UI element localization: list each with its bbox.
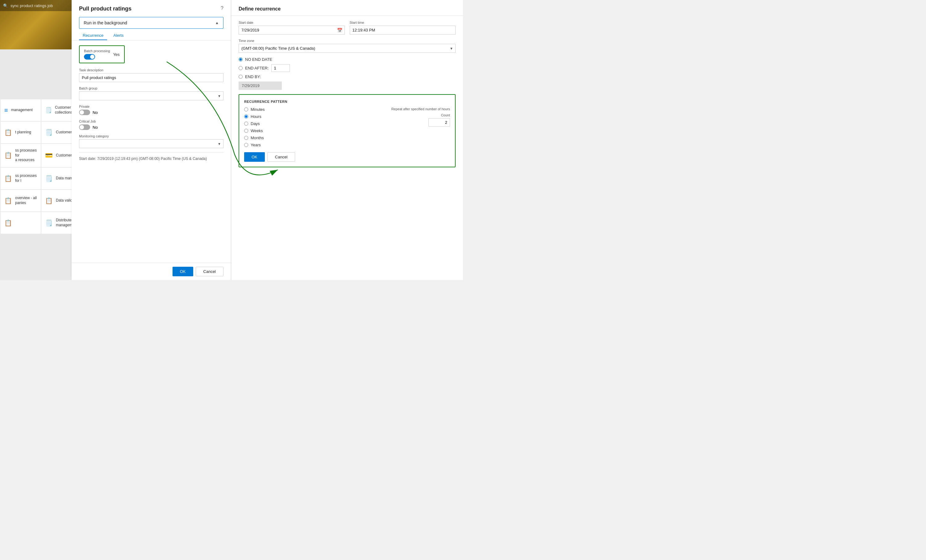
critical-job-field: Critical Job No: [79, 120, 224, 130]
recurrence-pattern-box: RECURRENCE PATTERN Minutes Hours Days: [239, 94, 455, 167]
recurrence-header: Define recurrence: [231, 0, 463, 16]
dialog-title: Pull product ratings: [79, 6, 132, 12]
batch-processing-label: Batch processing: [84, 49, 110, 53]
minutes-option: Minutes: [244, 107, 265, 112]
recurrence-ok-button[interactable]: OK: [244, 152, 265, 162]
end-after-label: END AFTER:: [245, 66, 269, 70]
end-by-date-input[interactable]: [239, 82, 282, 90]
hours-label: Hours: [251, 114, 262, 119]
minutes-radio[interactable]: [244, 107, 248, 112]
recurrence-panel: Define recurrence Start date 📅 Start tim…: [231, 0, 463, 280]
tab-recurrence[interactable]: Recurrence: [79, 31, 107, 40]
dialog-tabs: Recurrence Alerts: [72, 29, 231, 41]
start-date-info: Start date: 7/29/2019 (12:19:43 pm) (GMT…: [79, 153, 224, 161]
tile-label-4: t planning: [15, 130, 31, 135]
private-label: Private: [79, 104, 224, 108]
start-time-field: Start time: [350, 21, 456, 35]
monitoring-category-select-wrap: ▼: [79, 139, 224, 148]
weeks-radio[interactable]: [244, 129, 248, 133]
end-by-row: END BY:: [239, 74, 455, 79]
start-date-field: Start date 📅: [239, 21, 345, 35]
hours-option: Hours: [244, 114, 265, 119]
critical-job-value: No: [92, 125, 98, 130]
tile-icon-7: 📋: [4, 151, 12, 159]
recurrence-pattern-footer: OK Cancel: [244, 152, 450, 162]
years-radio[interactable]: [244, 143, 248, 147]
start-date-input-wrap: 📅: [239, 26, 345, 35]
run-in-background-label: Run in the background: [84, 20, 127, 25]
end-after-radio[interactable]: [239, 66, 243, 70]
task-description-input[interactable]: [79, 73, 224, 82]
critical-job-toggle-row: No: [79, 124, 224, 130]
task-description-label: Task description: [79, 68, 224, 72]
toggle-thumb: [90, 54, 94, 59]
count-label: Count: [441, 113, 450, 117]
private-toggle-row: No: [79, 110, 224, 115]
private-toggle[interactable]: [79, 110, 90, 115]
end-after-count-input[interactable]: [271, 64, 290, 72]
calendar-icon[interactable]: 📅: [337, 28, 342, 33]
batch-processing-toggle[interactable]: [84, 54, 95, 60]
start-time-label: Start time: [350, 21, 456, 24]
count-input[interactable]: [428, 118, 450, 127]
days-radio[interactable]: [244, 122, 248, 126]
no-end-date-row: NO END DATE: [239, 57, 455, 62]
start-time-input[interactable]: [350, 26, 456, 35]
tile-empty-1[interactable]: 📋: [1, 212, 41, 234]
tile-icon-1: ≡: [4, 107, 8, 114]
dialog-footer: OK Cancel: [72, 263, 231, 280]
tab-alerts[interactable]: Alerts: [110, 31, 127, 40]
no-end-date-radio[interactable]: [239, 58, 243, 61]
recurrence-body: Start date 📅 Start time Time zone (GMT-0…: [231, 16, 463, 280]
monitoring-category-input[interactable]: [79, 139, 224, 148]
recurrence-title: Define recurrence: [239, 6, 281, 11]
run-in-background-section: Run in the background ▲: [79, 17, 224, 29]
ok-button[interactable]: OK: [172, 267, 193, 276]
end-by-label: END BY:: [245, 74, 261, 79]
batch-group-field: Batch group ▼: [79, 86, 224, 100]
recurrence-cancel-button[interactable]: Cancel: [267, 152, 295, 162]
tile-icon-14: 📋: [45, 197, 53, 204]
tile-management[interactable]: ≡ management: [1, 99, 41, 121]
search-text-display: sync product ratings job: [11, 3, 53, 8]
end-options-group: NO END DATE END AFTER: END BY:: [239, 57, 455, 90]
batch-group-select-wrap: ▼: [79, 91, 224, 100]
days-option: Days: [244, 121, 265, 126]
end-by-date-row: [239, 82, 455, 90]
tile-label-13: overview - allpanies: [15, 196, 37, 205]
dialog-panel: Pull product ratings ? Run in the backgr…: [72, 0, 231, 280]
timezone-label: Time zone: [239, 39, 455, 42]
months-radio[interactable]: [244, 136, 248, 140]
batch-processing-box: Batch processing Yes: [79, 45, 125, 63]
tile-processes-2[interactable]: 📋 ss processes for l: [1, 168, 41, 189]
end-after-row: END AFTER:: [239, 64, 455, 72]
monitoring-category-field: Monitoring category ▼: [79, 134, 224, 148]
hours-radio[interactable]: [244, 115, 248, 118]
tile-icon-2: 🗒️: [45, 107, 52, 114]
end-by-radio[interactable]: [239, 75, 243, 79]
pattern-hint: Repeat after specified number of hours: [391, 107, 450, 111]
tile-icon-10: 📋: [4, 175, 12, 182]
critical-job-toggle[interactable]: [79, 124, 90, 130]
tile-icon-4: 📋: [4, 129, 12, 136]
critical-job-toggle-thumb: [80, 125, 84, 129]
cancel-button[interactable]: Cancel: [196, 267, 224, 276]
run-in-background-header[interactable]: Run in the background ▲: [79, 17, 223, 29]
tile-planning[interactable]: 📋 t planning: [1, 122, 41, 143]
private-value: No: [92, 110, 98, 115]
batch-group-input[interactable]: [79, 91, 224, 100]
start-date-input[interactable]: [239, 26, 345, 35]
pattern-options-group: Minutes Hours Days Weeks: [244, 107, 265, 147]
no-end-date-label: NO END DATE: [245, 57, 272, 62]
help-icon[interactable]: ?: [221, 6, 224, 11]
tile-processes-1[interactable]: 📋 ss processes fora resources: [1, 144, 41, 167]
critical-job-label: Critical Job: [79, 120, 224, 123]
minutes-label: Minutes: [251, 107, 265, 112]
tile-overview[interactable]: 📋 overview - allpanies: [1, 190, 41, 212]
tile-icon-8: 💳: [45, 151, 53, 159]
days-label: Days: [251, 121, 260, 126]
weeks-label: Weeks: [251, 129, 263, 133]
tile-icon-16: 📋: [4, 219, 12, 227]
months-label: Months: [251, 136, 264, 140]
timezone-select[interactable]: (GMT-08:00) Pacific Time (US & Canada): [239, 44, 455, 53]
